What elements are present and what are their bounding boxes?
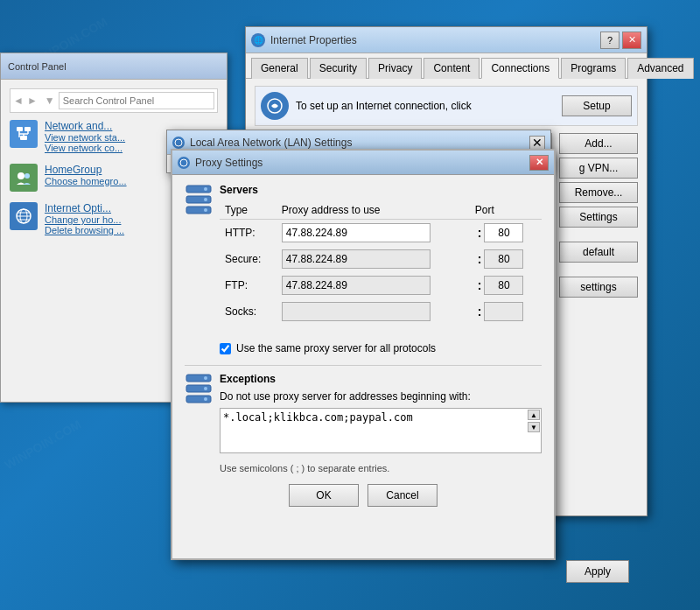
svg-rect-0 bbox=[17, 127, 23, 131]
proxy-cancel-button[interactable]: Cancel bbox=[368, 484, 438, 507]
scroll-up-button[interactable]: ▲ bbox=[528, 410, 540, 420]
internet-link1[interactable]: Change your ho... bbox=[45, 214, 124, 225]
ftp-port-input[interactable] bbox=[484, 276, 523, 295]
add-button[interactable]: Add... bbox=[559, 133, 638, 154]
tab-programs[interactable]: Programs bbox=[561, 58, 626, 79]
close-button[interactable]: ✕ bbox=[622, 32, 641, 49]
socks-port-input[interactable] bbox=[484, 302, 523, 321]
scroll-down-button[interactable]: ▼ bbox=[528, 422, 540, 432]
exceptions-description: Do not use proxy server for addresses be… bbox=[220, 390, 542, 403]
window-controls: ? ✕ bbox=[600, 32, 641, 49]
ip-title-left: 🌐 Internet Properties bbox=[251, 33, 357, 47]
exceptions-icon bbox=[185, 373, 213, 404]
network-text: Network and... View network sta... View … bbox=[45, 120, 125, 153]
http-colon: : bbox=[475, 226, 485, 240]
ftp-address-input[interactable] bbox=[282, 276, 430, 295]
secure-colon: : bbox=[475, 252, 485, 266]
nav-back[interactable]: ◄ bbox=[13, 95, 24, 107]
setup-row: To set up an Internet connection, click … bbox=[255, 86, 638, 126]
setup-text: To set up an Internet connection, click bbox=[296, 100, 562, 112]
nav-forward[interactable]: ► bbox=[27, 95, 38, 107]
secure-label: Secure: bbox=[220, 246, 276, 272]
network-link2[interactable]: View network co... bbox=[45, 143, 125, 153]
http-address-input[interactable] bbox=[282, 223, 430, 242]
same-proxy-checkbox[interactable] bbox=[220, 343, 231, 354]
secure-port-input[interactable] bbox=[484, 249, 523, 269]
search-input[interactable] bbox=[59, 92, 214, 109]
proxy-settings-window: Proxy Settings ✕ Servers bbox=[171, 149, 556, 560]
servers-header: Servers bbox=[220, 184, 542, 196]
http-port-input[interactable] bbox=[484, 223, 523, 242]
table-row-http: HTTP: : bbox=[220, 220, 542, 247]
homegroup-link1[interactable]: Choose homegro... bbox=[45, 176, 127, 186]
settings-button-1[interactable]: Settings bbox=[559, 207, 638, 228]
homegroup-text: HomeGroup Choose homegro... bbox=[45, 164, 127, 186]
tab-connections[interactable]: Connections bbox=[481, 58, 559, 79]
spacer2 bbox=[559, 266, 638, 273]
socks-colon: : bbox=[475, 305, 485, 319]
network-title[interactable]: Network and... bbox=[45, 120, 125, 132]
proxy-title-icon bbox=[178, 157, 190, 169]
table-row-ftp: FTP: : bbox=[220, 272, 542, 298]
tab-advanced[interactable]: Advanced bbox=[627, 58, 693, 79]
svg-point-22 bbox=[204, 208, 207, 212]
tab-general[interactable]: General bbox=[251, 58, 308, 79]
socks-address-input[interactable] bbox=[282, 302, 430, 321]
svg-rect-1 bbox=[24, 127, 31, 131]
ftp-address-cell bbox=[276, 272, 470, 298]
lan-close-button[interactable]: ✕ bbox=[529, 136, 545, 150]
exceptions-textarea-wrapper: *.local;klikbca.com;paypal.com ▲ ▼ bbox=[220, 408, 542, 459]
setup-button[interactable]: Setup bbox=[562, 95, 632, 116]
apply-button[interactable]: Apply bbox=[566, 560, 629, 583]
socks-label: Socks: bbox=[220, 298, 276, 325]
lan-title-icon bbox=[172, 137, 185, 149]
homegroup-title[interactable]: HomeGroup bbox=[45, 164, 127, 176]
secure-address-input[interactable] bbox=[282, 249, 430, 269]
internet-link2[interactable]: Delete browsing ... bbox=[45, 225, 124, 235]
ip-titlebar: 🌐 Internet Properties ? ✕ bbox=[246, 27, 647, 53]
network-icon bbox=[10, 120, 38, 148]
exceptions-textarea[interactable]: *.local;klikbca.com;paypal.com bbox=[220, 408, 542, 453]
remove-button[interactable]: Remove... bbox=[559, 182, 638, 203]
network-link1[interactable]: View network sta... bbox=[45, 132, 125, 143]
ip-title: Internet Properties bbox=[270, 34, 357, 46]
default-button[interactable]: default bbox=[559, 242, 638, 263]
http-port-cell: : bbox=[470, 220, 542, 246]
cp-title: Control Panel bbox=[8, 61, 66, 72]
section-divider bbox=[185, 365, 542, 366]
proxy-title-left: Proxy Settings bbox=[178, 157, 262, 169]
lan-title: Local Area Network (LAN) Settings bbox=[190, 137, 352, 149]
socks-port-cell: : bbox=[470, 298, 542, 325]
add-vpn-button[interactable]: g VPN... bbox=[559, 158, 638, 179]
col-type: Type bbox=[220, 201, 276, 220]
svg-point-27 bbox=[204, 387, 207, 390]
proxy-ok-button[interactable]: OK bbox=[289, 484, 359, 507]
svg-point-16 bbox=[180, 159, 187, 166]
nav-arrow-down[interactable]: ▼ bbox=[45, 95, 55, 107]
help-button[interactable]: ? bbox=[600, 32, 620, 49]
lan-title-left: Local Area Network (LAN) Settings bbox=[172, 137, 352, 149]
svg-point-15 bbox=[175, 139, 182, 146]
proxy-title: Proxy Settings bbox=[195, 157, 262, 169]
same-proxy-label: Use the same proxy server for all protoc… bbox=[236, 342, 436, 354]
svg-point-7 bbox=[18, 172, 24, 179]
secure-port-cell: : bbox=[470, 246, 542, 272]
svg-point-21 bbox=[204, 198, 207, 201]
http-address-cell bbox=[276, 220, 470, 247]
servers-table: Type Proxy address to use Port HTTP: bbox=[220, 201, 542, 325]
tab-content[interactable]: Content bbox=[424, 58, 480, 79]
lan-settings-button[interactable]: settings bbox=[559, 277, 638, 298]
tab-security[interactable]: Security bbox=[310, 58, 367, 79]
internet-title[interactable]: Internet Opti... bbox=[45, 202, 124, 214]
ip-tabs: General Security Privacy Content Connect… bbox=[246, 53, 647, 79]
proxy-bottom-buttons: OK Cancel bbox=[185, 473, 542, 514]
ip-title-icon: 🌐 bbox=[251, 33, 265, 47]
proxy-content: Servers Type Proxy address to use Port H… bbox=[172, 175, 554, 522]
proxy-close-button[interactable]: ✕ bbox=[529, 155, 549, 171]
exceptions-section: Exceptions Do not use proxy server for a… bbox=[185, 373, 542, 473]
table-row-socks: Socks: : bbox=[220, 298, 542, 325]
servers-content: Servers Type Proxy address to use Port H… bbox=[220, 184, 542, 332]
desktop: WINPOIN.COM WINPOIN.COM WINPOIN.COM WINP… bbox=[0, 0, 700, 610]
tab-privacy[interactable]: Privacy bbox=[368, 58, 422, 79]
ftp-label: FTP: bbox=[220, 272, 276, 298]
